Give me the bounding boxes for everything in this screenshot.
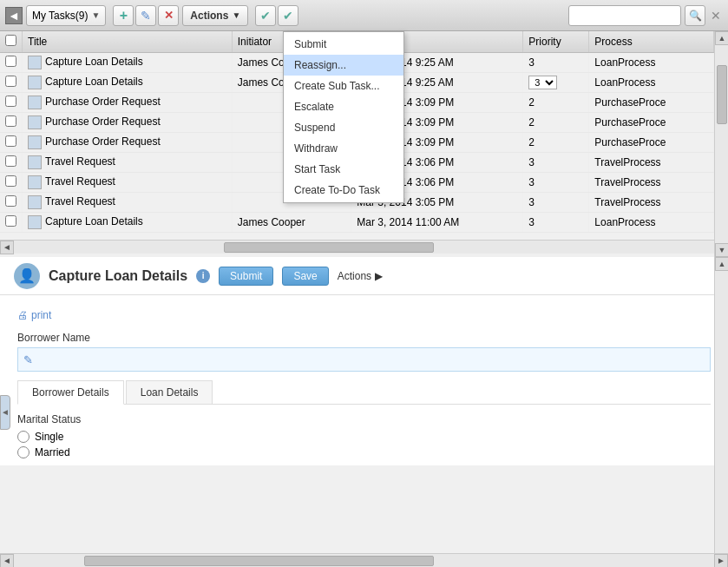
detail-horizontal-scrollbar[interactable]: ◄ ► (0, 553, 728, 567)
menu-item-start-task[interactable]: Start Task (284, 159, 403, 180)
priority-dropdown[interactable]: 12345 (528, 76, 557, 89)
row-checkbox[interactable] (5, 76, 16, 87)
row-priority: 2 (523, 133, 589, 153)
menu-item-withdraw[interactable]: Withdraw (284, 138, 403, 159)
field-edit-icon: ✎ (23, 353, 33, 366)
search-button[interactable]: 🔍 (685, 5, 705, 26)
save-button[interactable]: Save (282, 267, 328, 286)
row-icon-cell: Purchase Order Request (23, 133, 233, 153)
edit-task-button[interactable]: ✎ (135, 5, 156, 26)
scroll-track[interactable] (14, 241, 714, 254)
tab-loan-details[interactable]: Loan Details (126, 380, 213, 404)
borrower-name-label: Borrower Name (17, 332, 711, 344)
detail-scroll-track[interactable] (14, 554, 714, 567)
horizontal-scrollbar[interactable]: ◄ ► (0, 240, 728, 254)
search-input[interactable] (573, 10, 677, 22)
actions-dropdown-button[interactable]: Actions ▼ (182, 5, 248, 26)
row-title: Capture Loan Details (45, 76, 143, 88)
row-process: PurchaseProce (589, 93, 714, 113)
detail-scroll-right[interactable]: ► (714, 554, 728, 568)
scroll-thumb[interactable] (224, 242, 434, 253)
scroll-up-button[interactable]: ▲ (715, 31, 728, 45)
row-checkbox[interactable] (5, 195, 16, 207)
row-title: Purchase Order Request (45, 135, 161, 148)
row-checkbox[interactable] (5, 155, 16, 167)
radio-single-circle[interactable] (17, 431, 30, 443)
menu-item-suspend[interactable]: Suspend (284, 117, 403, 138)
row-checkbox[interactable] (5, 135, 16, 147)
detail-scroll-up[interactable]: ▲ (715, 257, 728, 271)
print-icon: 🖨 (17, 309, 28, 321)
table-row[interactable]: Capture Loan DetailsJames CooperMar 3, 2… (0, 213, 714, 233)
menu-item-reassign[interactable]: Reassign... (284, 55, 403, 76)
borrower-name-input[interactable]: ✎ (17, 347, 711, 372)
info-icon[interactable]: i (196, 269, 210, 283)
row-priority: 3 (523, 213, 589, 233)
task-row-icon (28, 115, 42, 129)
confirm-icon-2[interactable]: ✔ (278, 5, 298, 26)
detail-actions-dropdown[interactable]: Actions ▶ (338, 270, 383, 282)
detail-tabs: Borrower Details Loan Details (17, 380, 711, 405)
radio-married-circle[interactable] (17, 446, 30, 458)
task-dropdown-label: My Tasks(9) (32, 10, 88, 22)
splitter-handle[interactable]: ◄ (0, 395, 10, 430)
menu-item-create-sub-task[interactable]: Create Sub Task... (284, 76, 403, 96)
delete-task-button[interactable]: ✕ (158, 5, 179, 26)
detail-vscroll-track[interactable] (715, 271, 728, 553)
row-checkbox[interactable] (5, 96, 16, 107)
row-process: TravelProcess (589, 153, 714, 173)
row-checkbox[interactable] (5, 215, 16, 227)
nav-back-icon[interactable]: ◄ (5, 7, 23, 24)
main-toolbar: ◄ My Tasks(9) ▼ + ✎ ✕ Actions ▼ ✔ ✔ 🔍 ✕ (0, 0, 728, 31)
row-priority: 3 (523, 193, 589, 213)
detail-scroll-thumb[interactable] (84, 556, 435, 566)
actions-label: Actions (190, 10, 228, 22)
row-priority: 2 (523, 93, 589, 113)
row-process: LoanProcess (589, 73, 714, 93)
tab-borrower-details[interactable]: Borrower Details (17, 380, 124, 405)
radio-single[interactable]: Single (17, 431, 711, 443)
row-checkbox[interactable] (5, 56, 16, 67)
vscroll-thumb (717, 65, 727, 124)
col-priority: Priority (523, 31, 589, 53)
submit-button[interactable]: Submit (219, 267, 273, 286)
detail-body: 🖨 print Borrower Name ✎ Borrower Details… (0, 295, 728, 465)
row-checkbox[interactable] (5, 175, 16, 187)
detail-title: Capture Loan Details (49, 268, 187, 284)
row-title: Travel Request (45, 175, 115, 188)
vertical-scrollbar-top[interactable]: ▲ ▼ (714, 31, 728, 257)
print-link[interactable]: 🖨 print (17, 309, 711, 321)
row-process: LoanProcess (589, 213, 714, 233)
radio-married-label: Married (35, 446, 70, 458)
detail-scroll-left[interactable]: ◄ (0, 554, 14, 568)
menu-item-submit[interactable]: Submit (284, 34, 403, 55)
add-task-button[interactable]: + (113, 5, 134, 26)
detail-header: 👤 Capture Loan Details i Submit Save Act… (0, 257, 728, 295)
scroll-left-button[interactable]: ◄ (0, 241, 14, 254)
row-checkbox[interactable] (5, 115, 16, 127)
close-button[interactable]: ✕ (709, 9, 723, 23)
task-row-icon (28, 96, 42, 109)
vertical-scrollbar-bottom[interactable]: ▲ ▼ (714, 257, 728, 567)
vscroll-track[interactable] (715, 45, 728, 243)
toolbar-action-icons: + ✎ ✕ (113, 5, 179, 26)
row-icon-cell: Capture Loan Details (23, 213, 233, 233)
confirm-icon-1[interactable]: ✔ (255, 5, 276, 26)
search-box (568, 5, 681, 26)
menu-item-escalate[interactable]: Escalate (284, 96, 403, 117)
row-priority: 3 (523, 173, 589, 193)
menu-item-create-todo[interactable]: Create To-Do Task (284, 180, 403, 201)
radio-married[interactable]: Married (17, 446, 711, 458)
scroll-down-button[interactable]: ▼ (715, 243, 728, 257)
task-selector-dropdown[interactable]: My Tasks(9) ▼ (26, 5, 106, 26)
row-icon-cell: Purchase Order Request (23, 113, 233, 133)
task-row-icon (28, 195, 42, 209)
select-all-checkbox[interactable] (5, 35, 16, 46)
detail-actions-label: Actions (338, 270, 371, 282)
check1-icon: ✔ (260, 9, 271, 23)
row-process: PurchaseProce (589, 113, 714, 133)
avatar-icon: 👤 (18, 267, 36, 284)
task-dropdown-arrow-icon: ▼ (91, 10, 100, 20)
detail-actions-arrow-icon: ▶ (375, 270, 383, 282)
row-initiator: James Cooper (232, 213, 351, 233)
